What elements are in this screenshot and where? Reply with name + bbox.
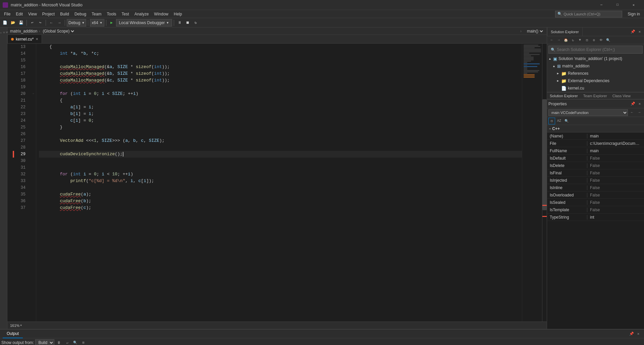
sep1 [26,20,27,26]
solution-search-box[interactable]: 🔍 [548,46,643,54]
props-val-issealed: False [587,200,644,205]
gutter-23 [7,111,14,117]
fold-20[interactable]: − [31,91,36,97]
tab-close-icon[interactable]: ✕ [36,37,38,41]
output-source-select[interactable]: Build [35,339,54,345]
code-line-36: cudaFree(b); [39,198,522,205]
tab-modified-dot [11,38,14,41]
collapse-btn-20[interactable]: − [33,92,34,96]
output-find-btn[interactable]: 🔍 [72,339,78,345]
scope-dropdown[interactable]: (Global Scope) [41,28,75,34]
menu-debug[interactable]: Debug [72,10,89,18]
minimap[interactable] [522,44,542,322]
new-file-btn[interactable]: 📄 [1,19,9,26]
ln-24: 24 [14,117,28,124]
output-tab-output[interactable]: Output [3,330,23,338]
gutter-31 [7,164,14,171]
toolbar-extra-2[interactable]: ⏹ [184,19,191,26]
code-text-area[interactable]: { int *a, *b, *c; cudaMallocManaged(&a, … [36,44,522,322]
editor-vertical-scrollbar[interactable] [542,44,547,322]
minimize-button[interactable]: — [594,0,609,10]
output-word-wrap-btn[interactable]: ↵ [64,339,70,345]
se-refresh-btn[interactable]: ↻ [570,37,576,44]
zoom-chevron[interactable]: ▼ [20,324,22,327]
run-debugger-btn[interactable]: Local Windows Debugger ▼ [116,19,172,26]
tree-project[interactable]: ▲ ⊞ matrix_addition [547,62,644,70]
sign-in-button[interactable]: Sign in [625,12,643,16]
function-type-selector[interactable]: main VCCodeFunction [548,109,628,116]
output-toggle-btn[interactable]: ⊞ [80,339,87,345]
menu-analyze[interactable]: Analyze [132,10,152,18]
solution-search-icon: 🔍 [551,48,555,52]
props-next-btn[interactable]: → [636,109,643,116]
output-close-btn[interactable]: ✕ [635,331,641,337]
undo-btn[interactable]: ↩ [29,19,36,26]
menu-project[interactable]: Project [40,10,57,18]
code-line-16: cudaMallocManaged(&a, SIZE * sizeof(int)… [39,64,522,70]
tab-class-view[interactable]: Class View [610,92,633,100]
menu-team[interactable]: Team [89,10,104,18]
function-dropdown[interactable]: main() [526,28,544,34]
platform-dropdown[interactable]: x64 ▼ [90,19,104,26]
toolbar-extra-1[interactable]: ⏸ [176,19,183,26]
se-show-all-btn[interactable]: 👁 [598,37,604,44]
menu-view[interactable]: View [25,10,40,18]
tab-kernel-cu[interactable]: kernel.cu* ✕ [7,35,42,43]
tab-team-explorer[interactable]: Team Explorer [581,92,610,100]
props-icon-search[interactable]: 🔍 [563,118,570,124]
solution-icon: ▣ [553,56,557,61]
menu-help[interactable]: Help [171,10,185,18]
toolbar-extra-3[interactable]: ↻ [192,19,199,26]
tab-solution-explorer-bottom[interactable]: Solution Explorer [547,92,581,100]
tab-solution-explorer[interactable]: Solution Explorer [547,27,583,36]
se-close-btn[interactable]: ✕ [637,28,643,35]
code-editor[interactable]: 13 14 15 16 17 18 19 20 21 22 23 24 25 2… [7,44,547,322]
se-back-btn[interactable]: ← [548,37,555,44]
zoom-label: 161% [10,324,19,328]
tree-kernel-cu[interactable]: ► 📄 kernel.cu [547,84,644,92]
props-pin-btn[interactable]: 📌 [630,101,636,107]
se-pin-btn[interactable]: 📌 [630,28,636,35]
menu-build[interactable]: Build [57,10,72,18]
menu-test[interactable]: Test [119,10,132,18]
props-key-isinjected: IsInjected [547,178,587,183]
se-search-btn[interactable]: 🔍 [605,37,611,44]
kernel-cu-label: kernel.cu [568,86,584,91]
forward-btn[interactable]: → [56,19,63,26]
menu-tools[interactable]: Tools [104,10,119,18]
menu-edit[interactable]: Edit [13,10,25,18]
props-icon-sort-alpha[interactable]: AZ [556,118,562,124]
scope-file[interactable]: matrix_addition [10,29,37,34]
tree-references[interactable]: ► 📁 References [547,70,644,77]
expand-arrow-references: ► [556,72,560,75]
se-forward-btn[interactable]: → [555,37,562,44]
solution-label: Solution 'matrix_addition' (1 project) [558,56,622,61]
output-pin-btn[interactable]: 📌 [629,331,635,337]
code-line-13: { [39,44,522,50]
back-btn[interactable]: ← [48,19,55,26]
solution-search-input[interactable] [557,47,640,52]
props-icon-sort-cat[interactable]: ⊟ [548,118,555,124]
tree-solution[interactable]: ▲ ▣ Solution 'matrix_addition' (1 projec… [547,55,644,62]
tree-external-deps[interactable]: ► 📁 External Dependencies [547,77,644,84]
se-filter-btn[interactable]: ▼ [577,37,583,44]
output-clear-btn[interactable]: 🗑 [56,339,62,345]
se-home-btn[interactable]: 🏠 [562,37,569,44]
lt-btn-1[interactable]: Sol [0,29,7,36]
menu-file[interactable]: File [1,10,13,18]
scroll-thumb[interactable] [542,99,547,211]
se-properties-btn[interactable]: ⚙ [591,37,597,44]
save-btn[interactable]: 💾 [17,19,25,26]
fold-18 [31,77,36,84]
se-collapse-all-btn[interactable]: ⊟ [584,37,590,44]
run-btn-icon[interactable]: ▶ [108,19,115,26]
maximize-button[interactable]: □ [610,0,625,10]
close-button[interactable]: ✕ [626,0,641,10]
open-file-btn[interactable]: 📂 [9,19,17,26]
props-close-btn[interactable]: ✕ [637,101,643,107]
menu-window[interactable]: Window [151,10,171,18]
props-prev-btn[interactable]: ← [629,109,635,116]
collapse-icon-cpp[interactable]: − [549,127,551,130]
config-dropdown[interactable]: Debug ▼ [67,19,86,26]
redo-btn[interactable]: ↪ [37,19,44,26]
